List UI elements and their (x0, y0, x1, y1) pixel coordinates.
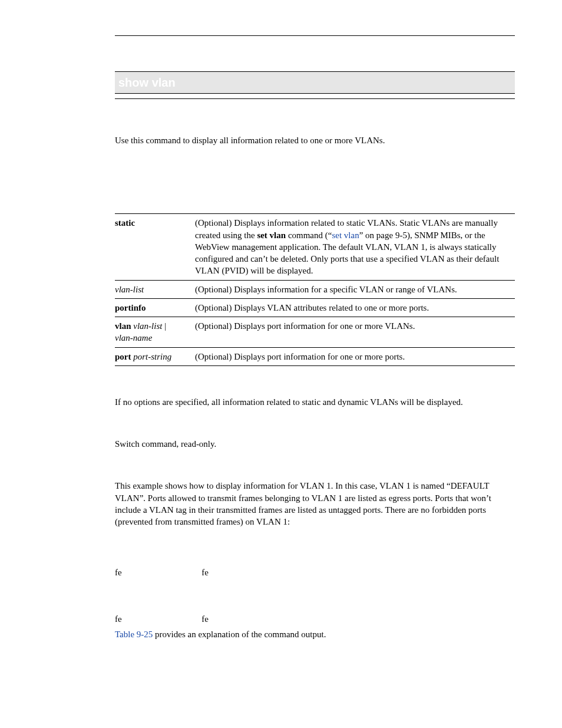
command-description: Use this command to display all informat… (115, 134, 515, 146)
defaults-text: If no options are specified, all informa… (115, 396, 515, 408)
param-desc-vlanlist: (Optional) Displays information for a sp… (195, 280, 515, 298)
param-key-vlan: vlan vlan-list | vlan-name (115, 317, 195, 348)
cli-line-4: Forbidden Egress Ports (115, 579, 515, 591)
parameters-table: static (Optional) Displays information r… (115, 213, 515, 366)
link-set-vlan[interactable]: set vlan (332, 230, 359, 240)
param-key-static: static (115, 214, 195, 280)
cli-line-3: Egress Ports (115, 555, 515, 567)
cli-fe-row-2: fe.1.1-60, fe.2.1-24 (115, 614, 515, 626)
section-example-title: Example (115, 466, 515, 476)
cli-line-2: VLAN: 1 NAME: DEFAULT VLAN Status: Enabl… (115, 544, 515, 556)
param-desc-vlan: (Optional) Displays port information for… (195, 317, 515, 348)
page-footer: SecureStack B2 Configuration Guide 9-3 (398, 695, 515, 702)
section-defaults-title: Defaults (115, 383, 515, 393)
param-desc-static: (Optional) Displays information related … (195, 214, 515, 280)
cli-line-6: Untagged Ports (115, 602, 515, 614)
table-reference-line: Table 9-25 provides an explanation of th… (115, 628, 515, 640)
link-table-9-25[interactable]: Table 9-25 (115, 630, 153, 639)
section-syntax-title: Syntax (115, 162, 515, 172)
section-parameters-title: Parameters (115, 200, 515, 210)
command-title-bar: show vlan (115, 71, 515, 94)
example-text: This example shows how to display inform… (115, 480, 515, 528)
syntax-text: show vlan [static] [vlan-list] [portinfo… (115, 175, 515, 185)
param-key-vlanlist: vlan-list (115, 280, 195, 298)
param-desc-port: (Optional) Displays port information for… (195, 347, 515, 365)
param-key-port: port port-string (115, 347, 195, 365)
cli-line-1: B2(su)->show vlan 1 (115, 532, 515, 544)
param-key-portinfo: portinfo (115, 298, 195, 317)
param-desc-portinfo: (Optional) Displays VLAN attributes rela… (195, 298, 515, 317)
section-mode-title: Mode (115, 424, 515, 434)
cli-line-5: None. (115, 591, 515, 602)
mode-text: Switch command, read-only. (115, 438, 515, 450)
cli-fe-row-1: fe.1.1-60, fe.2.1-24 (115, 567, 515, 579)
